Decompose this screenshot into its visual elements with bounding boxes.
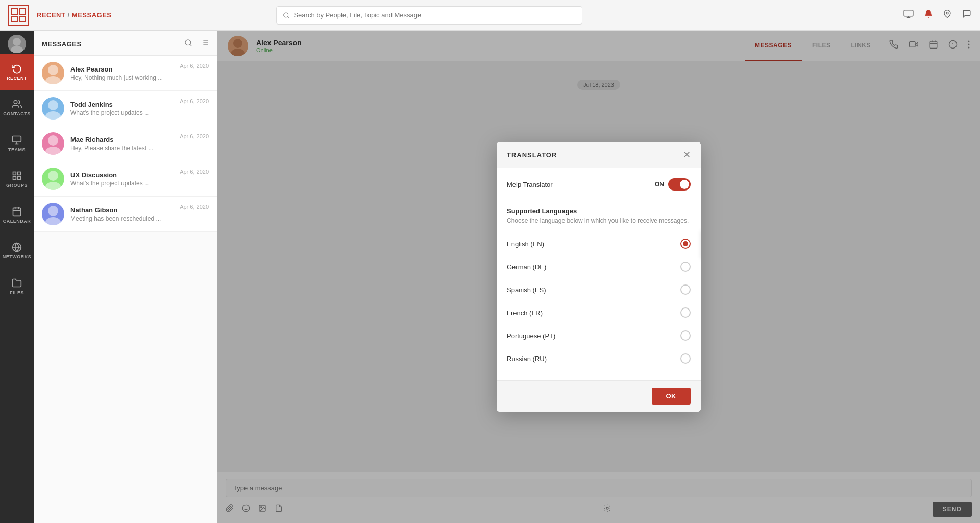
breadcrumb: RECENT / MESSAGES <box>37 11 111 19</box>
svg-point-9 <box>946 12 948 14</box>
svg-point-34 <box>48 65 58 75</box>
files-icon <box>12 278 22 288</box>
sidebar-label-networks: NETWORKS <box>3 254 32 259</box>
sidebar-item-networks[interactable]: NETWORKS <box>0 233 34 269</box>
svg-rect-20 <box>13 208 21 216</box>
conversation-list: Alex Pearson Hey, Nothing much just work… <box>34 56 217 523</box>
translator-label: Melp Translator <box>507 181 553 188</box>
calendar-icon <box>12 206 22 217</box>
conv-name: Mae Richards <box>70 136 174 144</box>
conv-date: Apr 6, 2020 <box>180 97 209 104</box>
user-avatar[interactable] <box>8 35 26 53</box>
contacts-icon <box>12 99 22 109</box>
pin-icon[interactable] <box>943 9 951 21</box>
svg-point-35 <box>45 76 61 84</box>
conv-avatar <box>42 97 64 120</box>
language-list: English (EN) English (default) language … <box>507 232 691 370</box>
conversation-item[interactable]: UX Discussion What's the project updates… <box>34 161 217 197</box>
language-name: German (DE) <box>507 263 546 271</box>
messages-header: MESSAGES <box>34 31 217 56</box>
conv-date: Apr 6, 2020 <box>180 62 209 69</box>
search-input[interactable] <box>293 11 576 19</box>
sidebar-item-groups[interactable]: GROUPS <box>0 161 34 197</box>
conv-avatar <box>42 132 64 155</box>
conv-date: Apr 6, 2020 <box>180 203 209 210</box>
language-item[interactable]: French (FR) <box>507 301 691 324</box>
language-item[interactable]: Russian (RU) <box>507 347 691 370</box>
svg-point-37 <box>45 111 61 120</box>
svg-rect-6 <box>904 10 913 16</box>
conv-preview: Hey, Please share the latest ... <box>70 145 174 152</box>
svg-rect-18 <box>13 177 16 180</box>
svg-point-36 <box>48 100 58 110</box>
language-item[interactable]: German (DE) <box>507 255 691 278</box>
radio-button-es[interactable] <box>680 284 691 295</box>
chat-icon[interactable] <box>962 9 972 21</box>
language-name: English (EN) <box>507 240 544 248</box>
conv-preview: What's the project updates ... <box>70 109 174 116</box>
sidebar-label-contacts: CONTACTS <box>3 111 30 116</box>
radio-button-en[interactable] <box>680 239 691 249</box>
topbar-actions <box>903 9 972 21</box>
ok-button[interactable]: OK <box>652 388 691 405</box>
radio-button-pt[interactable] <box>680 330 691 341</box>
conv-avatar <box>42 62 64 84</box>
svg-point-43 <box>45 217 61 225</box>
sidebar-item-contacts[interactable]: CONTACTS <box>0 90 34 126</box>
search-messages-icon[interactable] <box>184 39 192 49</box>
sidebar-item-files[interactable]: FILES <box>0 269 34 304</box>
notification-icon[interactable] <box>924 9 933 21</box>
conv-preview: Hey, Nothing much just working ... <box>70 74 174 81</box>
svg-point-40 <box>48 171 58 181</box>
language-item[interactable]: Spanish (ES) <box>507 278 691 301</box>
screen-icon[interactable] <box>903 10 914 20</box>
conversation-item[interactable]: Mae Richards Hey, Please share the lates… <box>34 126 217 161</box>
svg-rect-1 <box>19 9 25 14</box>
conv-date: Apr 6, 2020 <box>180 132 209 139</box>
modal-close-button[interactable]: ✕ <box>683 149 691 160</box>
modal-title: TRANSLATOR <box>507 151 557 159</box>
svg-rect-13 <box>13 136 21 142</box>
language-name: Spanish (ES) <box>507 286 546 294</box>
conversation-item[interactable]: Alex Pearson Hey, Nothing much just work… <box>34 56 217 91</box>
conv-info: Nathan Gibson Meeting has been reschedul… <box>70 206 174 222</box>
conv-preview: Meeting has been rescheduled ... <box>70 215 174 222</box>
toggle-control[interactable] <box>668 178 691 191</box>
filter-messages-icon[interactable] <box>201 39 209 49</box>
conv-info: Alex Pearson Hey, Nothing much just work… <box>70 65 174 81</box>
svg-point-38 <box>48 135 58 146</box>
sidebar-item-recent[interactable]: RECENT <box>0 54 34 90</box>
sidebar-nav: RECENT CONTACTS TEAMS GROUPS CALENDAR NE… <box>0 31 34 523</box>
svg-point-11 <box>11 46 23 53</box>
translator-modal: TRANSLATOR ✕ Melp Translator ON Supporte… <box>497 142 701 412</box>
modal-body: Melp Translator ON Supported Languages C… <box>497 168 701 380</box>
toggle-switch: ON <box>655 178 691 191</box>
radio-button-ru[interactable] <box>680 353 691 364</box>
conversation-item[interactable]: Nathan Gibson Meeting has been reschedul… <box>34 197 217 232</box>
svg-point-42 <box>48 206 58 216</box>
groups-icon <box>12 171 22 181</box>
messages-header-icons <box>184 39 209 49</box>
svg-rect-17 <box>18 172 21 175</box>
language-name: Portuguese (PT) <box>507 332 555 340</box>
conv-info: UX Discussion What's the project updates… <box>70 171 174 187</box>
messages-title: MESSAGES <box>42 40 82 48</box>
radio-button-de[interactable] <box>680 262 691 272</box>
language-item[interactable]: English (EN) English (default) language … <box>507 232 691 255</box>
conv-avatar <box>42 168 64 190</box>
sidebar-item-teams[interactable]: TEAMS <box>0 126 34 161</box>
modal-header: TRANSLATOR ✕ <box>497 142 701 168</box>
sidebar-label-groups: GROUPS <box>6 183 28 188</box>
toggle-on-label: ON <box>655 181 664 188</box>
teams-icon <box>12 135 22 145</box>
conversation-item[interactable]: Todd Jenkins What's the project updates … <box>34 91 217 126</box>
radio-button-fr[interactable] <box>680 307 691 318</box>
svg-rect-0 <box>12 9 17 14</box>
svg-line-5 <box>287 16 288 17</box>
conv-preview: What's the project updates ... <box>70 180 174 187</box>
language-item[interactable]: Portuguese (PT) <box>507 324 691 347</box>
sidebar-item-calendar[interactable]: CALENDAR <box>0 197 34 233</box>
search-bar[interactable] <box>276 6 582 25</box>
svg-point-12 <box>14 101 17 104</box>
conv-name: Todd Jenkins <box>70 101 174 108</box>
